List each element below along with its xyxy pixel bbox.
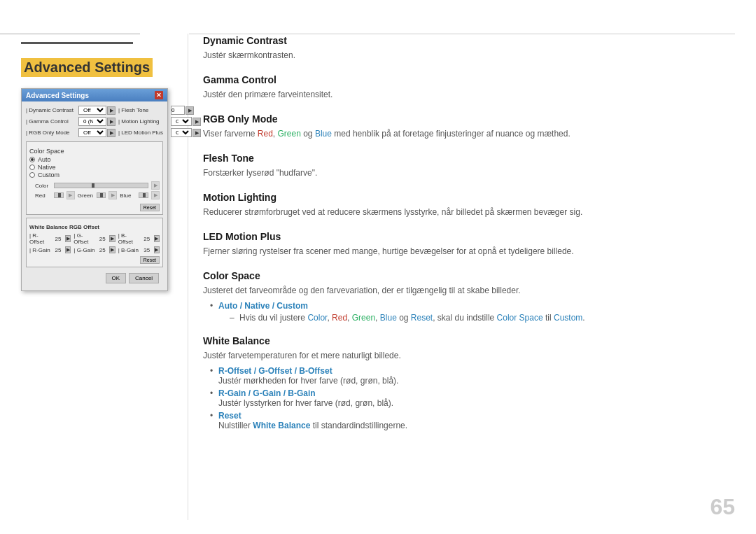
- color-space-link: Color Space: [497, 313, 543, 323]
- section-white-balance: White Balance Justér farvetemperaturen f…: [203, 335, 735, 430]
- wb-reset-desc: Nulstiller White Balance til standardind…: [218, 421, 407, 430]
- g-gain-arrow[interactable]: ▶: [109, 246, 115, 253]
- led-arrow[interactable]: ▶: [192, 129, 201, 137]
- color-row-blue: Blue ▶: [120, 191, 160, 199]
- radio-native[interactable]: Native: [29, 164, 160, 171]
- section-dynamic-contrast: Dynamic Contrast Justér skærmkontrasten.: [203, 35, 735, 62]
- wb-offset-bullet: R-Offset / G-Offset / B-Offset Justér mø…: [210, 366, 735, 386]
- radio-custom[interactable]: Custom: [29, 171, 160, 178]
- page-number: 65: [710, 494, 735, 520]
- flesh-tone-text: Forstærker lyserød "hudfarve".: [203, 167, 735, 179]
- custom-link: Custom: [554, 313, 582, 323]
- rgb-only-mode-heading: RGB Only Mode: [203, 113, 735, 125]
- radio-auto-dot[interactable]: [29, 157, 35, 162]
- auto-native-custom-link: Auto / Native / Custom: [218, 301, 308, 311]
- color-space-bullets: Auto / Native / Custom Hvis du vil juste…: [203, 301, 735, 323]
- ok-button[interactable]: OK: [106, 273, 127, 283]
- wb-reset-button[interactable]: Reset: [140, 256, 160, 264]
- color-space-sub-bullet: Hvis du vil justere Color, Red, Green, B…: [230, 313, 735, 323]
- g-offset-value: 25: [98, 236, 106, 242]
- b-gain-arrow[interactable]: ▶: [154, 246, 160, 253]
- b-offset-value: 25: [142, 236, 150, 242]
- sidebar-top-line: [21, 42, 133, 44]
- section-rgb-only-mode: RGB Only Mode Viser farverne Red, Green …: [203, 113, 735, 140]
- red-slider: [54, 192, 64, 198]
- color-space-bullet-auto-native-custom: Auto / Native / Custom Hvis du vil juste…: [210, 301, 735, 323]
- green-slider: [97, 192, 106, 198]
- dialog-buttons: OK Cancel: [26, 270, 163, 286]
- led-motion-plus-heading: LED Motion Plus: [203, 231, 735, 242]
- cancel-button[interactable]: Cancel: [129, 273, 159, 283]
- flesh-input[interactable]: [171, 106, 185, 115]
- g-offset-arrow[interactable]: ▶: [109, 235, 115, 242]
- wb-offset-desc: Justér mørkheden for hver farve (rød, gr…: [218, 376, 398, 386]
- section-flesh-tone: Flesh Tone Forstærker lyserød "hudfarve"…: [203, 153, 735, 179]
- section-color-space: Color Space Justeret det farveområde og …: [203, 270, 735, 323]
- rgb-arrow[interactable]: ▶: [107, 129, 115, 137]
- color-space-radio-group: Auto Native Custom: [29, 156, 160, 178]
- wb-gain-link: R-Gain / G-Gain / B-Gain: [218, 388, 316, 398]
- rgb-only-mode-text: Viser farverne Red, Green og Blue med he…: [203, 127, 735, 140]
- gamma-select[interactable]: 0 (Natural): [78, 117, 106, 126]
- blue-link2: Blue: [380, 313, 397, 323]
- section-led-motion-plus: LED Motion Plus Fjerner sløring rystelse…: [203, 231, 735, 258]
- red-label: Red: [35, 192, 52, 199]
- green-arrow: ▶: [108, 191, 117, 199]
- color-reset-button[interactable]: Reset: [140, 204, 160, 211]
- dialog-title: Advanced Settings: [26, 92, 89, 99]
- color-row-red: Red ▶: [35, 191, 75, 199]
- radio-custom-dot[interactable]: [29, 172, 35, 178]
- r-offset-arrow[interactable]: ▶: [65, 235, 71, 242]
- flesh-label: | Flesh Tone: [118, 107, 171, 113]
- b-offset-arrow[interactable]: ▶: [154, 235, 160, 242]
- r-gain-value: 25: [54, 247, 62, 253]
- left-panel: Advanced Settings Advanced Settings ✕ | …: [0, 0, 182, 534]
- radio-native-dot[interactable]: [29, 164, 35, 170]
- advanced-settings-dialog: Advanced Settings ✕ | Dynamic Contrast O…: [21, 88, 168, 291]
- b-offset-label: | B-Offset: [118, 232, 140, 245]
- dialog-title-bar: Advanced Settings ✕: [22, 89, 167, 101]
- color-space-section-label: Color Space: [29, 148, 160, 155]
- blue-arrow: ▶: [151, 191, 160, 199]
- r-gain-arrow[interactable]: ▶: [65, 246, 71, 253]
- wb-reset-link: Reset: [218, 411, 241, 421]
- dynamic-contrast-heading: Dynamic Contrast: [203, 35, 735, 46]
- led-motion-plus-desc: Fjerner sløring rystelser fra scener med…: [203, 245, 735, 258]
- wb-section-label: White Balance RGB Offset: [29, 224, 160, 230]
- motion-lighting-text: Reducerer strømforbruget ved at reducere…: [203, 206, 735, 218]
- gamma-control-heading: Gamma Control: [203, 74, 735, 85]
- g-gain-label: | G-Gain: [74, 247, 95, 253]
- motion-arrow[interactable]: ▶: [192, 118, 201, 126]
- color-slider: [54, 183, 148, 188]
- dynamic-contrast-select[interactable]: Off: [78, 106, 106, 115]
- dialog-row-led: | LED Motion Plus Off ▶: [118, 128, 201, 137]
- dynamic-contrast-label: | Dynamic Contrast: [26, 107, 78, 113]
- color-row-green: Green ▶: [78, 191, 118, 199]
- flesh-arrow[interactable]: ▶: [186, 106, 194, 115]
- dialog-row-motion: | Motion Lighting Off ▶: [118, 117, 201, 126]
- motion-label: | Motion Lighting: [118, 118, 171, 125]
- g-offset-label: | G-Offset: [74, 232, 95, 245]
- gamma-control-text: Justér den primære farveintensitet.: [203, 88, 735, 101]
- red-arrow: ▶: [66, 191, 75, 199]
- white-balance-text: Justér farvetemperaturen for et mere nat…: [203, 349, 735, 362]
- b-gain-label: | B-Gain: [118, 247, 140, 253]
- dynamic-contrast-arrow[interactable]: ▶: [107, 106, 115, 115]
- r-offset-label: | R-Offset: [29, 232, 51, 245]
- reset-link: Reset: [411, 313, 433, 323]
- motion-select[interactable]: Off: [171, 117, 192, 126]
- dialog-row-dynamic-contrast: | Dynamic Contrast Off ▶: [26, 106, 115, 115]
- b-gain-value: 35: [142, 247, 150, 253]
- r-offset-value: 25: [54, 236, 62, 242]
- rgb-blue-link: Blue: [315, 129, 332, 139]
- dialog-close-button[interactable]: ✕: [155, 91, 163, 99]
- flesh-tone-heading: Flesh Tone: [203, 153, 735, 164]
- rgb-green-link: Green: [278, 129, 301, 139]
- color-space-sub-bullets: Hvis du vil justere Color, Red, Green, B…: [218, 313, 735, 323]
- gamma-label: | Gamma Control: [26, 118, 78, 125]
- radio-auto[interactable]: Auto: [29, 156, 160, 163]
- section-gamma-control: Gamma Control Justér den primære farvein…: [203, 74, 735, 101]
- rgb-select[interactable]: Off: [78, 128, 106, 137]
- led-select[interactable]: Off: [171, 128, 192, 137]
- gamma-arrow[interactable]: ▶: [107, 118, 115, 126]
